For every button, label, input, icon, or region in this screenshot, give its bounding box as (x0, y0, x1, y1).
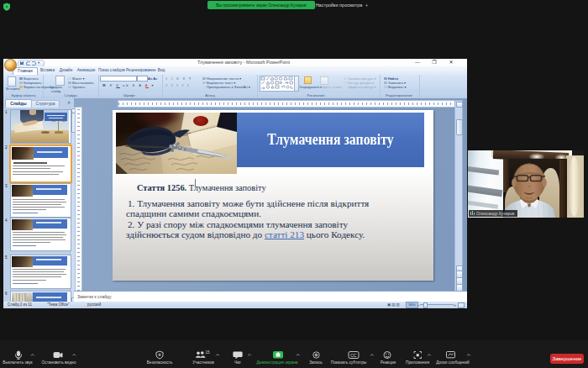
svg-text:CC: CC (350, 353, 357, 358)
svg-text:15: 15 (206, 350, 211, 355)
